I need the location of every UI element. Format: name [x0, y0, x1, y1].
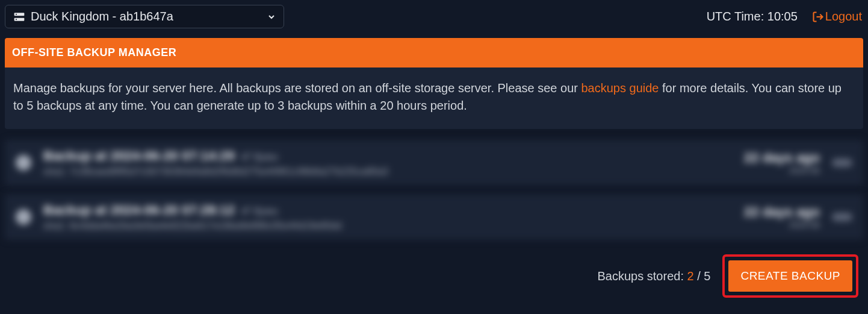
svg-point-2	[16, 13, 17, 14]
more-icon[interactable]	[832, 213, 852, 221]
backup-list: Backup at 2024-06-20 07:14:29 47 Bytes s…	[5, 140, 863, 240]
server-selector-label: Duck Kingdom - ab1b647a	[31, 10, 262, 24]
backup-time-abs: 2024-06	[744, 166, 820, 175]
backups-guide-link[interactable]: backups guide	[581, 81, 659, 95]
backup-hash: sha1: 7c38caed8f95d7c56736364d4a8d2f6d8d…	[43, 166, 732, 177]
backups-stored: Backups stored: 2 / 5	[598, 269, 711, 283]
backup-name: Backup at 2024-06-20 07:28:12	[43, 203, 235, 218]
server-icon	[13, 11, 26, 23]
more-icon[interactable]	[832, 159, 852, 167]
status-icon	[16, 155, 31, 171]
backup-time-ago: 22 days ago	[744, 150, 820, 166]
backup-row[interactable]: Backup at 2024-06-20 07:14:29 47 Bytes s…	[5, 140, 863, 186]
panel-title: OFF-SITE BACKUP MANAGER	[5, 38, 863, 68]
svg-point-3	[16, 19, 17, 20]
backup-name: Backup at 2024-06-20 07:14:29	[43, 148, 235, 164]
logout-link[interactable]: Logout	[812, 10, 862, 24]
server-selector[interactable]: Duck Kingdom - ab1b647a	[5, 5, 284, 28]
logout-label: Logout	[825, 10, 862, 24]
status-icon	[16, 209, 31, 225]
utc-time: UTC Time: 10:05	[707, 10, 798, 24]
backup-size: 47 Bytes	[241, 152, 278, 163]
create-backup-highlight: CREATE BACKUP	[722, 254, 858, 298]
backup-time-abs: 2024-06	[744, 220, 820, 230]
backup-size: 47 Bytes	[241, 206, 278, 217]
logout-icon	[812, 11, 824, 23]
chevron-down-icon	[267, 12, 276, 22]
panel-description: Manage backups for your server here. All…	[5, 68, 863, 129]
backup-row[interactable]: Backup at 2024-06-20 07:28:12 47 Bytes s…	[5, 194, 863, 240]
create-backup-button[interactable]: CREATE BACKUP	[728, 260, 852, 292]
backup-time-ago: 22 days ago	[744, 204, 820, 220]
backup-hash: sha1: 8c4dda4be2ba3e5ba4e822ba617e18ba9e…	[43, 221, 732, 231]
